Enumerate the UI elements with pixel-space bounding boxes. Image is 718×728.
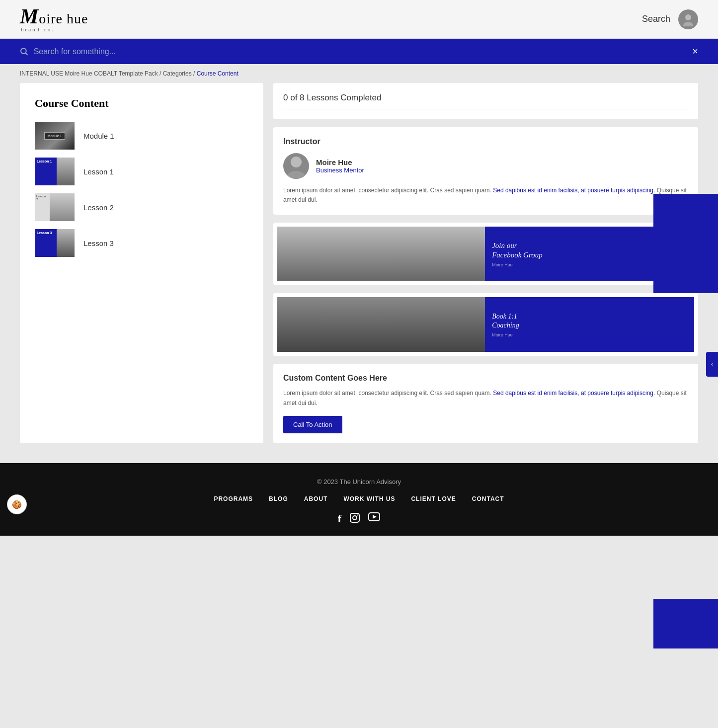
lesson3-thumbnail: Lesson 3 [35,229,75,257]
search-icon [20,47,29,56]
right-sidebar: 0 of 8 Lessons Completed Instructor Moir… [273,83,698,443]
search-bar: × [0,39,718,64]
coaching-banner-photo [277,297,485,352]
footer-nav-about[interactable]: ABOUT [304,495,328,502]
svg-point-4 [291,157,302,167]
instructor-avatar [283,153,309,179]
footer-copyright: © 2023 The Unicorn Advisory [20,478,698,485]
breadcrumb-sep-1: / [160,70,163,77]
footer-nav: PROGRAMS BLOG ABOUT WORK WITH US CLIENT … [20,495,698,502]
facebook-banner-photo [277,227,485,281]
search-label[interactable]: Search [642,14,670,24]
custom-content-card: Custom Content Goes Here Lorem ipsum dol… [273,364,698,443]
svg-point-5 [287,171,305,179]
footer-nav-work[interactable]: WORK WITH US [343,495,395,502]
footer-nav-programs[interactable]: PROGRAMS [214,495,253,502]
lesson1-title: Lesson 1 [83,167,114,176]
instructor-details: Moire Hue Business Mentor [316,158,364,174]
lessons-progress-card: 0 of 8 Lessons Completed [273,83,698,119]
breadcrumb-link-1[interactable]: INTERNAL USE Moire Hue COBALT Template P… [20,70,158,77]
cookie-icon: 🍪 [12,500,22,509]
lesson2-thumbnail: Lesson 2 [35,193,75,221]
search-input[interactable] [34,47,693,56]
lesson2-title: Lesson 2 [83,203,114,212]
facebook-banner-card[interactable]: Join ourFacebook Group Moire Hue [273,223,698,285]
course-content-panel: Course Content Module 1 Module 1 Lesson … [20,83,263,443]
lesson1-thumbnail: Lesson 1 [35,158,75,185]
footer-nav-blog[interactable]: BLOG [269,495,288,502]
svg-point-1 [683,22,693,26]
list-item[interactable]: Lesson 1 Lesson 1 [35,158,248,185]
header-right: Search [642,9,698,29]
logo[interactable]: Moire hue brand co. [20,6,88,32]
custom-content-body: Lorem ipsum dolor sit amet, consectetur … [283,389,688,407]
instructor-heading: Instructor [283,137,688,146]
lessons-progress-text: 0 of 8 Lessons Completed [283,93,688,109]
coaching-banner-text: Book 1:1Coaching Moire Hue [485,297,694,352]
course-content-title: Course Content [35,97,248,110]
svg-point-2 [21,48,26,54]
avatar[interactable] [678,9,698,29]
cookie-consent-button[interactable]: 🍪 [7,494,27,514]
module-thumb-label: Module 1 [44,132,66,140]
side-accent-top [653,194,718,293]
cta-button[interactable]: Call To Action [283,416,342,433]
breadcrumb-current: Course Content [197,70,239,77]
lesson3-title: Lesson 3 [83,239,114,247]
main-content: Course Content Module 1 Module 1 Lesson … [0,83,718,463]
footer-social: f [20,512,698,526]
instructor-bio-link[interactable]: Sed dapibus est id enim facilisis, at po… [493,187,655,194]
custom-content-heading: Custom Content Goes Here [283,374,688,383]
search-close-icon[interactable]: × [692,46,698,57]
module-title: Module 1 [83,132,114,140]
module-thumbnail: Module 1 [35,122,75,150]
facebook-social-icon[interactable]: f [338,512,341,526]
logo-subtitle: brand co. [21,27,88,32]
site-footer: © 2023 The Unicorn Advisory PROGRAMS BLO… [0,463,718,536]
footer-nav-contact[interactable]: CONTACT [472,495,504,502]
logo-rest: oire hue [39,11,88,26]
facebook-banner: Join ourFacebook Group Moire Hue [277,227,694,281]
svg-marker-10 [373,515,377,519]
svg-rect-6 [350,513,359,522]
custom-content-link[interactable]: Sed dapibus est id enim facilisis, at po… [493,390,655,397]
coaching-book-text: Book 1:1Coaching [492,312,687,330]
coaching-brand: Moire Hue [492,332,687,337]
sidebar-toggle-icon: ‹ [711,360,714,368]
coaching-banner: Book 1:1Coaching Moire Hue [277,297,694,352]
svg-line-3 [25,53,27,55]
facebook-person-image [277,227,485,281]
instructor-title[interactable]: Business Mentor [316,166,364,174]
coaching-banner-card[interactable]: Book 1:1Coaching Moire Hue [273,293,698,356]
instructor-bio: Lorem ipsum dolor sit amet, consectetur … [283,186,688,205]
logo-text: Moire hue [20,6,88,27]
list-item[interactable]: Lesson 3 Lesson 3 [35,229,248,257]
instructor-card: Instructor Moire Hue Business Mentor Lor… [273,127,698,215]
list-item[interactable]: Module 1 Module 1 [35,122,248,150]
coaching-person-image [277,297,485,352]
search-input-area [20,47,692,56]
breadcrumb: INTERNAL USE Moire Hue COBALT Template P… [0,64,718,83]
instagram-social-icon[interactable] [349,512,360,526]
breadcrumb-link-2[interactable]: Categories [163,70,192,77]
instructor-name: Moire Hue [316,158,364,166]
instructor-info: Moire Hue Business Mentor [283,153,688,179]
svg-point-7 [353,516,357,520]
breadcrumb-sep-2: / [193,70,197,77]
logo-M: M [20,5,39,28]
sidebar-toggle-button[interactable]: ‹ [706,352,718,377]
svg-point-0 [685,14,691,20]
site-header: Moire hue brand co. Search [0,0,718,39]
svg-point-8 [357,514,358,515]
youtube-social-icon[interactable] [368,512,380,526]
footer-nav-client-love[interactable]: CLIENT LOVE [411,495,456,502]
list-item[interactable]: Lesson 2 Lesson 2 [35,193,248,221]
